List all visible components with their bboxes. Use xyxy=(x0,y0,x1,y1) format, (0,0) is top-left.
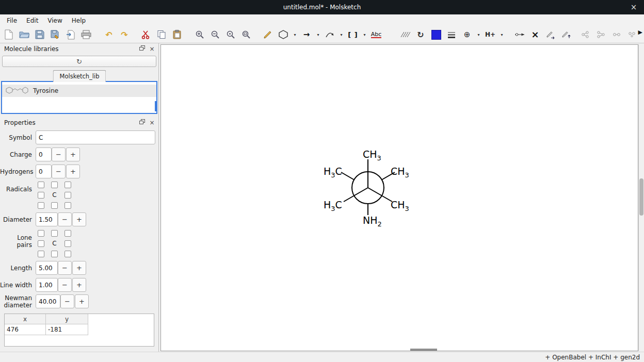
substituent-label-top[interactable]: CH3 xyxy=(363,149,381,162)
substituent-label-lower-right[interactable]: CH3 xyxy=(391,199,409,212)
radical-checkbox[interactable] xyxy=(38,182,44,188)
molecule-template-button-3[interactable] xyxy=(610,28,623,41)
menu-edit[interactable]: Edit xyxy=(22,15,43,26)
newman-decrement-button[interactable]: − xyxy=(60,294,74,308)
coordinate-cell-x[interactable]: 476 xyxy=(5,324,46,335)
libraries-close-button[interactable]: × xyxy=(148,45,156,53)
line-width-input[interactable] xyxy=(36,278,58,292)
line-width-decrement-button[interactable]: − xyxy=(58,278,72,292)
copy-button[interactable] xyxy=(155,28,168,41)
open-file-button[interactable] xyxy=(18,28,31,41)
zoom-fit-button[interactable] xyxy=(239,28,253,41)
radical-checkbox[interactable] xyxy=(65,182,71,188)
coordinate-cell-y[interactable]: -181 xyxy=(46,324,88,335)
lone-pair-checkbox[interactable] xyxy=(51,251,58,257)
transform-tool-button-1[interactable] xyxy=(544,28,557,41)
text-tool-button[interactable]: Abc xyxy=(369,28,383,41)
toolbar-extension-button[interactable]: ▶ xyxy=(638,29,642,36)
hydrogen-tool-dropdown[interactable]: ▾ xyxy=(499,28,505,41)
menu-file[interactable]: File xyxy=(2,15,22,26)
library-item-tyrosine[interactable]: Tyrosine xyxy=(2,85,156,97)
radical-checkbox[interactable] xyxy=(38,192,44,199)
import-button[interactable] xyxy=(64,28,77,41)
hatch-tool-button[interactable] xyxy=(398,28,412,41)
diameter-input[interactable] xyxy=(36,212,58,226)
horizontal-scrollbar-thumb[interactable] xyxy=(410,349,437,351)
lone-pair-checkbox[interactable] xyxy=(51,230,58,237)
new-file-button[interactable] xyxy=(2,28,15,41)
mechanism-arrow-dropdown[interactable]: ▾ xyxy=(339,28,344,41)
line-width-increment-button[interactable]: + xyxy=(72,278,86,292)
length-input[interactable] xyxy=(36,261,58,275)
libraries-float-button[interactable] xyxy=(138,45,146,53)
molecule-template-button-1[interactable] xyxy=(579,28,592,41)
radical-checkbox[interactable] xyxy=(51,202,58,209)
zoom-out-button[interactable] xyxy=(208,28,222,41)
cut-button[interactable] xyxy=(139,28,153,41)
substituent-label-upper-left[interactable]: H3C xyxy=(324,166,342,179)
undo-button[interactable]: ↶ xyxy=(102,28,116,41)
vertical-scrollbar-thumb[interactable] xyxy=(639,178,643,216)
lone-pair-checkbox[interactable] xyxy=(38,240,44,247)
charge-tool-dropdown[interactable]: ▾ xyxy=(476,28,481,41)
transform-tool-button-2[interactable] xyxy=(559,28,573,41)
library-scrollbar[interactable] xyxy=(155,101,156,111)
menu-view[interactable]: View xyxy=(43,15,67,26)
connect-atoms-button[interactable] xyxy=(513,28,526,41)
charge-increment-button[interactable]: + xyxy=(66,147,80,161)
tab-molsketch-lib[interactable]: Molsketch_lib xyxy=(53,70,106,82)
export-button[interactable] xyxy=(79,28,93,41)
draw-tool-button[interactable] xyxy=(261,28,275,41)
hydrogens-input[interactable] xyxy=(36,164,52,178)
zoom-original-button[interactable] xyxy=(224,28,237,41)
lone-pair-checkbox[interactable] xyxy=(65,240,71,247)
lone-pair-checkbox[interactable] xyxy=(38,251,44,257)
newman-increment-button[interactable]: + xyxy=(75,294,89,308)
charge-input[interactable] xyxy=(36,147,52,161)
lone-pair-checkbox[interactable] xyxy=(65,230,71,237)
bracket-tool-dropdown[interactable]: ▾ xyxy=(362,28,367,41)
charge-tool-button[interactable]: ⊕ xyxy=(460,28,474,41)
properties-close-button[interactable]: × xyxy=(148,119,156,126)
vertical-scrollbar[interactable] xyxy=(638,44,644,351)
lone-pair-checkbox[interactable] xyxy=(38,230,44,237)
molecule-template-button-4[interactable] xyxy=(625,28,639,41)
paste-button[interactable] xyxy=(170,28,184,41)
radical-checkbox[interactable] xyxy=(38,202,44,209)
color-picker-button[interactable] xyxy=(429,28,443,41)
substituent-label-upper-right[interactable]: CH3 xyxy=(391,166,409,179)
radical-checkbox[interactable] xyxy=(51,182,58,188)
length-decrement-button[interactable]: − xyxy=(58,261,72,275)
arrow-tool-dropdown[interactable]: ▾ xyxy=(315,28,321,41)
substituent-label-lower-left[interactable]: H3C xyxy=(324,199,342,212)
molecule-template-button-2[interactable] xyxy=(594,28,608,41)
diameter-decrement-button[interactable]: − xyxy=(58,212,72,226)
newman-diameter-input[interactable] xyxy=(36,294,60,308)
arrow-tool-button[interactable]: → xyxy=(300,28,313,41)
radical-checkbox[interactable] xyxy=(65,202,71,209)
ring-tool-button[interactable] xyxy=(277,28,290,41)
save-as-button[interactable] xyxy=(49,28,62,41)
zoom-in-button[interactable] xyxy=(193,28,206,41)
mechanism-arrow-button[interactable] xyxy=(323,28,336,41)
lone-pair-checkbox[interactable] xyxy=(65,251,71,257)
window-close-button[interactable]: × xyxy=(629,2,639,12)
properties-float-button[interactable] xyxy=(138,119,146,126)
redo-button[interactable]: ↷ xyxy=(118,28,131,41)
menu-help[interactable]: Help xyxy=(67,15,90,26)
line-width-button[interactable] xyxy=(445,28,458,41)
delete-tool-button[interactable]: × xyxy=(528,28,542,41)
length-increment-button[interactable]: + xyxy=(72,261,86,275)
save-button[interactable] xyxy=(33,28,46,41)
substituent-label-bottom[interactable]: NH2 xyxy=(363,215,382,228)
charge-decrement-button[interactable]: − xyxy=(52,147,66,161)
diameter-increment-button[interactable]: + xyxy=(72,212,86,226)
bracket-tool-button[interactable]: [ ] xyxy=(346,28,360,41)
refresh-libraries-button[interactable]: ↻ xyxy=(2,56,156,67)
hydrogens-decrement-button[interactable]: − xyxy=(52,164,66,178)
symbol-input[interactable] xyxy=(36,130,155,144)
hydrogens-increment-button[interactable]: + xyxy=(66,164,80,178)
rotate-tool-button[interactable]: ↻ xyxy=(414,28,427,41)
ring-tool-dropdown[interactable]: ▾ xyxy=(292,28,298,41)
hydrogen-tool-button[interactable]: H+ xyxy=(484,28,497,41)
